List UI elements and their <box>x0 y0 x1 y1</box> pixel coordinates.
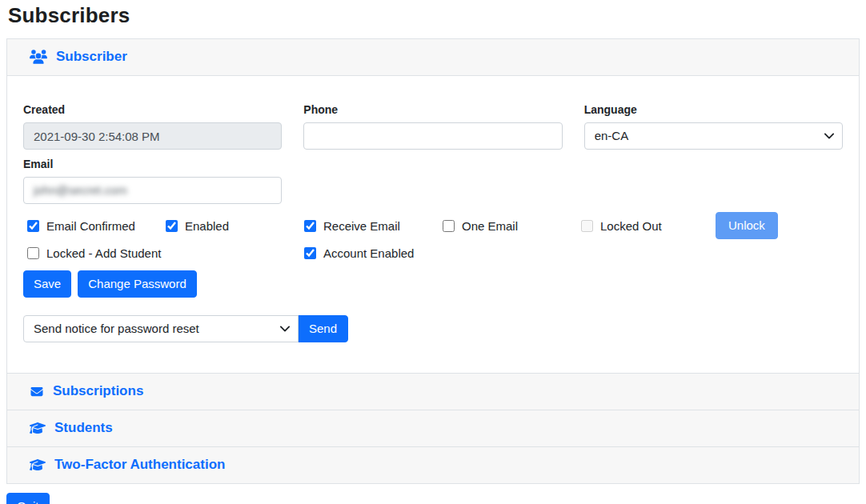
locked-add-student-label[interactable]: Locked - Add Student <box>46 246 161 260</box>
section-title-subscriber: Subscriber <box>56 49 127 65</box>
email-input[interactable]: john@secret.com <box>23 177 282 204</box>
account-enabled-label[interactable]: Account Enabled <box>323 246 414 260</box>
one-email-checkbox[interactable] <box>443 220 455 232</box>
created-input <box>23 122 282 150</box>
checkbox-locked-add-student[interactable]: Locked - Add Student <box>23 246 300 260</box>
quit-button[interactable]: Quit <box>6 493 50 504</box>
phone-label: Phone <box>303 103 562 116</box>
one-email-label[interactable]: One Email <box>462 219 518 233</box>
section-header-students[interactable]: Students <box>7 410 859 446</box>
locked-add-student-checkbox[interactable] <box>27 247 39 259</box>
page-title: Subscribers <box>8 3 860 28</box>
created-label: Created <box>23 103 282 116</box>
section-title-two-factor: Two-Factor Authentication <box>54 457 225 473</box>
locked-out-checkbox <box>581 220 593 232</box>
accordion: Subscriber Created Phone Language en-CA <box>6 38 860 484</box>
checkbox-account-enabled[interactable]: Account Enabled <box>300 246 439 260</box>
language-label: Language <box>584 103 843 116</box>
enabled-label[interactable]: Enabled <box>185 219 229 233</box>
locked-out-label: Locked Out <box>600 219 662 233</box>
language-field-group: Language en-CA <box>584 103 843 150</box>
receive-email-checkbox[interactable] <box>304 220 316 232</box>
checkbox-receive-email[interactable]: Receive Email <box>300 219 439 233</box>
section-header-two-factor[interactable]: Two-Factor Authentication <box>7 446 859 483</box>
page: Subscribers Subscriber Created Phone <box>6 3 860 504</box>
email-confirmed-checkbox[interactable] <box>27 220 39 232</box>
notice-select[interactable]: Send notice for password reset <box>23 315 299 342</box>
section-title-students: Students <box>54 420 113 436</box>
section-header-subscriber[interactable]: Subscriber <box>7 39 859 76</box>
send-button[interactable]: Send <box>298 315 348 342</box>
section-title-subscriptions: Subscriptions <box>53 383 143 399</box>
created-field-group: Created <box>23 103 282 150</box>
receive-email-label[interactable]: Receive Email <box>323 219 400 233</box>
envelope-icon <box>30 386 44 398</box>
graduation-cap-icon <box>30 458 46 471</box>
email-redacted-value: john@secret.com <box>34 182 127 199</box>
checkbox-locked-out: Locked Out <box>577 219 716 233</box>
phone-field-group: Phone <box>303 103 562 150</box>
checkbox-one-email[interactable]: One Email <box>439 219 577 233</box>
enabled-checkbox[interactable] <box>166 220 178 232</box>
users-icon <box>30 50 47 64</box>
unlock-button[interactable]: Unlock <box>716 212 778 239</box>
section-header-subscriptions[interactable]: Subscriptions <box>7 373 859 410</box>
phone-input[interactable] <box>303 122 562 150</box>
change-password-button[interactable]: Change Password <box>78 270 197 298</box>
checkbox-enabled[interactable]: Enabled <box>162 219 300 233</box>
graduation-cap-icon <box>30 422 46 434</box>
save-button[interactable]: Save <box>23 270 71 298</box>
email-confirmed-label[interactable]: Email Confirmed <box>46 219 135 233</box>
subscriber-panel: Created Phone Language en-CA <box>7 76 859 373</box>
email-field-group: Email john@secret.com <box>23 158 282 204</box>
language-select[interactable]: en-CA <box>584 122 843 150</box>
email-label: Email <box>23 158 282 170</box>
checkbox-email-confirmed[interactable]: Email Confirmed <box>23 219 162 233</box>
account-enabled-checkbox[interactable] <box>304 247 316 259</box>
